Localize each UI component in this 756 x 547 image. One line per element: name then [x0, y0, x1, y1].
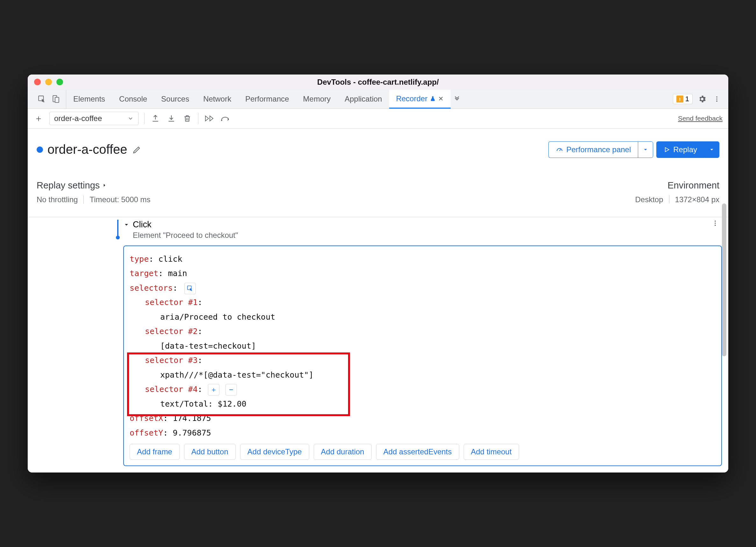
maximize-window-button[interactable]: [56, 79, 63, 85]
close-window-button[interactable]: [34, 79, 41, 85]
replay-dropdown[interactable]: [704, 141, 719, 158]
add-property-chips: Add frame Add button Add deviceType Add …: [130, 444, 716, 460]
recording-select[interactable]: order-a-coffee: [49, 112, 139, 125]
settings-icon[interactable]: [697, 94, 707, 104]
step-header[interactable]: Click Element "Proceed to checkout": [123, 220, 722, 240]
device-toggle-icon[interactable]: [51, 94, 61, 104]
export-icon[interactable]: [150, 113, 160, 124]
element-picker-button[interactable]: [184, 283, 196, 294]
svg-point-9: [715, 224, 716, 226]
performance-panel-button-group: Performance panel: [548, 141, 653, 158]
chevron-right-icon: [102, 182, 107, 188]
type-value[interactable]: click: [158, 254, 182, 264]
more-tabs-button[interactable]: [451, 90, 463, 109]
svg-point-7: [715, 221, 716, 222]
timeout-value: Timeout: 5000 ms: [89, 195, 150, 204]
selector-2-value[interactable]: [data-test=checkout]: [130, 339, 716, 353]
tab-elements[interactable]: Elements: [66, 90, 112, 109]
tab-recorder[interactable]: Recorder ✕: [389, 90, 451, 109]
svg-rect-2: [55, 97, 59, 103]
offsety-value[interactable]: 9.796875: [173, 428, 211, 437]
recording-name: order-a-coffee: [47, 142, 127, 157]
delete-icon[interactable]: [182, 113, 192, 124]
svg-point-5: [716, 101, 717, 102]
tab-console[interactable]: Console: [112, 90, 154, 109]
step-title: Click: [133, 220, 238, 230]
type-key: type: [130, 254, 149, 264]
selectors-key: selectors: [130, 283, 173, 293]
play-icon: [664, 146, 670, 153]
svg-point-6: [221, 120, 222, 121]
environment-dimensions: 1372×804 px: [675, 195, 719, 204]
inspect-element-icon[interactable]: [37, 94, 47, 104]
selector-4-value[interactable]: text/Total: $12.00: [130, 397, 716, 411]
recorder-toolbar: ＋ order-a-coffee Send feedback: [28, 109, 728, 129]
window-title: DevTools - coffee-cart.netlify.app/: [317, 78, 439, 87]
edit-name-icon[interactable]: [132, 145, 142, 155]
environment-label: Environment: [667, 180, 719, 191]
selector-1-key: selector #1: [145, 298, 198, 307]
performance-panel-dropdown[interactable]: [638, 141, 653, 158]
environment-device: Desktop: [635, 195, 663, 204]
offsety-key: offsetY: [130, 428, 163, 437]
step-menu-icon[interactable]: [712, 220, 722, 227]
send-feedback-link[interactable]: Send feedback: [678, 115, 723, 122]
replay-settings-row: Replay settings No throttling Timeout: 5…: [37, 171, 719, 214]
throttling-value: No throttling: [37, 195, 78, 204]
step-details: type: click target: main selectors: sele…: [123, 245, 722, 466]
remove-selector-button[interactable]: −: [225, 384, 237, 395]
warnings-badge[interactable]: ! 1: [673, 94, 693, 104]
steps-area: Click Element "Proceed to checkout" type…: [28, 217, 728, 473]
timeline: [28, 220, 123, 473]
import-icon[interactable]: [166, 113, 176, 124]
scroll-thumb[interactable]: [722, 203, 726, 356]
add-duration-chip[interactable]: Add duration: [314, 444, 372, 460]
svg-point-4: [716, 98, 717, 100]
performance-panel-button[interactable]: Performance panel: [548, 141, 638, 158]
scrollbar[interactable]: [721, 124, 728, 470]
minimize-window-button[interactable]: [45, 79, 52, 85]
target-value[interactable]: main: [168, 269, 187, 278]
svg-point-8: [715, 223, 716, 224]
inspect-tools: [32, 90, 66, 109]
recorder-main: order-a-coffee Performance panel: [28, 129, 728, 217]
svg-point-3: [716, 96, 717, 98]
selector-3-key: selector #3: [145, 356, 198, 365]
chevron-down-icon: [709, 147, 715, 153]
offsetx-key: offsetX: [130, 414, 163, 423]
collapse-icon[interactable]: [123, 222, 130, 228]
selector-4-key: selector #4: [145, 385, 198, 394]
add-assertedevents-chip[interactable]: Add assertedEvents: [376, 444, 459, 460]
selector-1-value[interactable]: aria/Proceed to checkout: [130, 310, 716, 324]
warning-count: 1: [685, 95, 689, 103]
add-selector-button[interactable]: ＋: [208, 384, 219, 395]
tab-memory[interactable]: Memory: [296, 90, 338, 109]
replay-button-group: Replay: [656, 141, 719, 158]
step-over-icon[interactable]: [220, 113, 230, 124]
chevron-down-icon: [127, 115, 134, 122]
recording-header: order-a-coffee Performance panel: [37, 141, 719, 158]
add-timeout-chip[interactable]: Add timeout: [464, 444, 519, 460]
add-button-chip[interactable]: Add button: [184, 444, 236, 460]
add-recording-button[interactable]: ＋: [33, 113, 44, 124]
warning-icon: !: [676, 96, 683, 103]
selector-3-value[interactable]: xpath///*[@data-test="checkout"]: [130, 368, 716, 382]
step-play-icon[interactable]: [204, 113, 214, 124]
flask-icon: [430, 96, 436, 102]
close-tab-icon[interactable]: ✕: [438, 95, 444, 103]
tab-sources[interactable]: Sources: [154, 90, 196, 109]
add-frame-chip[interactable]: Add frame: [130, 444, 180, 460]
replay-settings-toggle[interactable]: Replay settings: [37, 180, 151, 191]
gauge-icon: [556, 146, 563, 153]
target-key: target: [130, 269, 158, 278]
replay-button[interactable]: Replay: [656, 141, 704, 158]
add-devicetype-chip[interactable]: Add deviceType: [240, 444, 309, 460]
selector-2-key: selector #2: [145, 327, 198, 336]
offsetx-value[interactable]: 174.1875: [173, 414, 211, 423]
tab-network[interactable]: Network: [196, 90, 238, 109]
tab-performance[interactable]: Performance: [238, 90, 296, 109]
kebab-menu-icon[interactable]: [712, 94, 722, 104]
traffic-lights: [34, 79, 63, 85]
recording-status-dot: [37, 146, 43, 153]
tab-application[interactable]: Application: [338, 90, 389, 109]
